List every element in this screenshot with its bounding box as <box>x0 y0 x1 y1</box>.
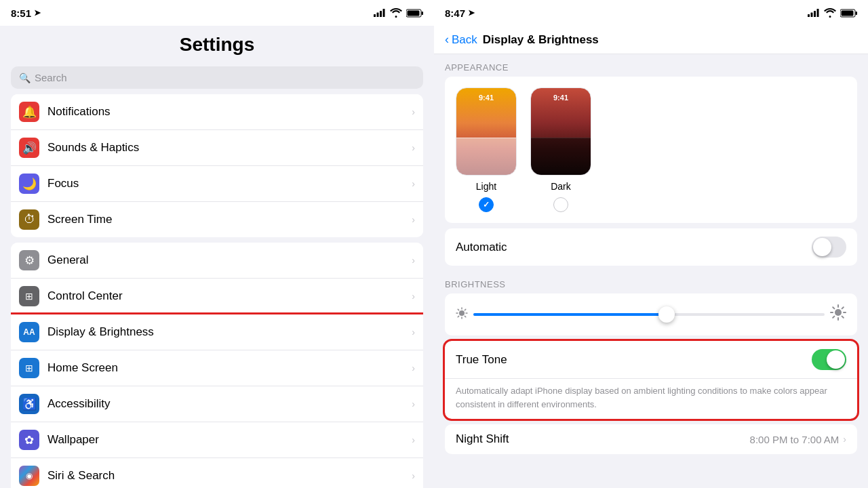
settings-section-2: ⚙ General › ⊞ Control Center › AA Displa… <box>11 243 423 488</box>
home-screen-icon: ⊞ <box>19 358 39 378</box>
appearance-dark-option[interactable]: 9:41 Dark <box>530 87 591 212</box>
night-shift-value: 8:00 PM to 7:00 AM <box>750 434 840 445</box>
svg-rect-13 <box>842 10 854 16</box>
settings-row-sounds[interactable]: 🔊 Sounds & Haptics › <box>11 130 423 166</box>
settings-title: Settings <box>11 34 423 56</box>
accessibility-label: Accessibility <box>47 397 412 411</box>
settings-row-notifications[interactable]: 🔔 Notifications › <box>11 94 423 130</box>
brightness-slider-track[interactable] <box>473 313 825 316</box>
svg-line-29 <box>842 317 844 318</box>
svg-rect-1 <box>377 13 379 18</box>
true-tone-toggle[interactable] <box>812 349 846 370</box>
settings-row-wallpaper[interactable]: ✿ Wallpaper › <box>11 422 423 458</box>
status-icons-right <box>808 8 857 18</box>
svg-rect-2 <box>380 11 382 17</box>
display-chevron: › <box>412 327 415 338</box>
true-tone-label: True Tone <box>456 353 812 367</box>
wifi-icon-right <box>824 8 836 18</box>
status-bar-right: 8:47 ➤ <box>434 0 868 26</box>
settings-row-general[interactable]: ⚙ General › <box>11 243 423 279</box>
signal-icon-left <box>374 9 386 17</box>
light-label: Light <box>476 181 496 192</box>
back-label: Back <box>452 33 477 47</box>
brightness-slider-fill <box>473 313 667 316</box>
home-screen-label: Home Screen <box>47 361 412 375</box>
svg-line-22 <box>458 316 458 317</box>
right-header: ‹ Back Display & Brightness <box>434 26 868 54</box>
dark-screen-overlay <box>531 138 591 175</box>
time-display-right: 8:47 <box>445 7 465 19</box>
general-icon: ⚙ <box>19 250 39 270</box>
true-tone-description: Automatically adapt iPhone display based… <box>445 379 857 419</box>
screen-time-chevron: › <box>412 214 415 225</box>
search-bar[interactable]: 🔍 Search <box>11 66 423 89</box>
automatic-row: Automatic <box>445 228 857 266</box>
brightness-high-icon <box>830 304 846 325</box>
dark-preview: 9:41 <box>530 87 591 176</box>
settings-row-accessibility[interactable]: ♿ Accessibility › <box>11 386 423 422</box>
brightness-slider-row <box>456 304 846 325</box>
battery-icon-right <box>840 9 857 18</box>
right-panel: 8:47 ➤ ‹ Back <box>434 0 868 488</box>
settings-row-display[interactable]: AA Display & Brightness › <box>11 314 423 350</box>
notifications-icon: 🔔 <box>19 102 39 122</box>
signal-icon-right <box>808 9 820 17</box>
svg-rect-6 <box>408 10 420 16</box>
accessibility-icon: ♿ <box>19 394 39 414</box>
svg-rect-10 <box>817 9 819 17</box>
svg-rect-9 <box>814 11 816 17</box>
siri-label: Siri & Search <box>47 469 412 483</box>
settings-header: Settings <box>0 26 434 61</box>
settings-list: 🔔 Notifications › 🔊 Sounds & Haptics › 🌙… <box>0 94 434 488</box>
general-chevron: › <box>412 255 415 266</box>
settings-row-control-center[interactable]: ⊞ Control Center › <box>11 279 423 314</box>
light-screen-overlay <box>456 138 516 175</box>
status-bar-left: 8:51 ➤ <box>0 0 434 26</box>
time-right: 8:47 ➤ <box>445 7 475 19</box>
light-radio[interactable] <box>479 197 494 212</box>
location-icon-right: ➤ <box>468 8 475 18</box>
display-brightness-title: Display & Brightness <box>483 33 599 47</box>
svg-rect-7 <box>808 14 810 17</box>
night-shift-chevron: › <box>843 434 846 445</box>
svg-line-31 <box>833 317 834 318</box>
notifications-chevron: › <box>412 106 415 117</box>
back-button[interactable]: ‹ Back <box>445 33 477 47</box>
wifi-icon-left <box>390 8 402 18</box>
control-center-icon: ⊞ <box>19 286 39 306</box>
focus-chevron: › <box>412 178 415 189</box>
appearance-light-option[interactable]: 9:41 Light <box>456 87 517 212</box>
svg-rect-12 <box>856 12 858 15</box>
control-center-label: Control Center <box>47 289 412 303</box>
svg-point-23 <box>835 309 842 316</box>
dark-radio[interactable] <box>553 197 568 212</box>
display-icon: AA <box>19 322 39 342</box>
settings-section-1: 🔔 Notifications › 🔊 Sounds & Haptics › 🌙… <box>11 94 423 237</box>
settings-row-focus[interactable]: 🌙 Focus › <box>11 166 423 202</box>
settings-row-siri[interactable]: ◉ Siri & Search › <box>11 458 423 488</box>
search-icon: 🔍 <box>19 73 31 83</box>
wallpaper-chevron: › <box>412 434 415 445</box>
night-shift-row[interactable]: Night Shift 8:00 PM to 7:00 AM › <box>445 424 857 454</box>
right-content: APPEARANCE 9:41 Light 9:41 <box>434 54 868 488</box>
night-shift-label: Night Shift <box>456 432 750 446</box>
notifications-label: Notifications <box>47 105 412 119</box>
siri-icon: ◉ <box>19 466 39 486</box>
automatic-toggle[interactable] <box>812 237 846 258</box>
settings-row-home-screen[interactable]: ⊞ Home Screen › <box>11 350 423 386</box>
settings-row-screen-time[interactable]: ⏱ Screen Time › <box>11 202 423 237</box>
automatic-section: Automatic <box>445 228 857 266</box>
left-panel: 8:51 ➤ Settings 🔍 <box>0 0 434 488</box>
brightness-slider-thumb <box>658 306 675 323</box>
wallpaper-label: Wallpaper <box>47 433 412 447</box>
automatic-label: Automatic <box>456 241 812 254</box>
time-left: 8:51 ➤ <box>11 7 41 19</box>
focus-icon: 🌙 <box>19 174 39 194</box>
sounds-label: Sounds & Haptics <box>47 141 412 155</box>
svg-line-30 <box>842 307 844 308</box>
back-chevron-icon: ‹ <box>445 33 449 47</box>
svg-line-19 <box>458 309 458 310</box>
light-time: 9:41 <box>456 94 516 102</box>
true-tone-row: True Tone <box>445 341 857 379</box>
brightness-low-icon <box>456 307 468 323</box>
